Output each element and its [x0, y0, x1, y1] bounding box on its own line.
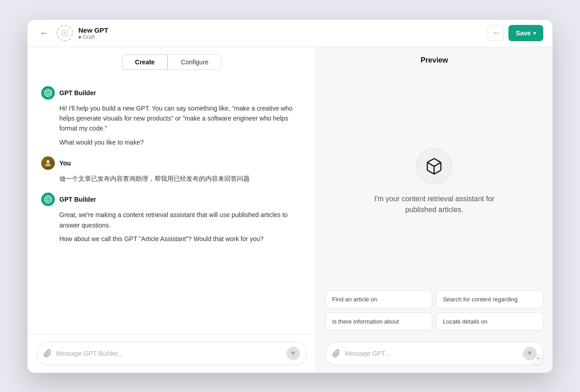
left-input-area — [28, 334, 316, 373]
preview-title: Preview — [420, 56, 448, 64]
save-chevron-icon: ▾ — [533, 30, 536, 36]
more-options-button[interactable]: ··· — [488, 25, 504, 41]
user-avatar — [41, 156, 55, 170]
message-para-1-2: What would you like to make? — [59, 137, 302, 147]
message-header-3: GPT Builder — [41, 193, 302, 206]
message-para-2-1: 做一个文章已发布内容查询助理，帮我用已经发布的内容来回答问题 — [59, 174, 302, 184]
suggestion-chip-2[interactable]: Is there information about — [325, 312, 433, 331]
gpt-builder-avatar-2 — [41, 193, 55, 206]
left-panel: Create Configure GPT Builder — [28, 47, 316, 373]
suggestion-chip-3[interactable]: Locate details on — [436, 312, 543, 331]
left-message-input[interactable] — [56, 350, 282, 357]
tab-configure[interactable]: Configure — [168, 54, 222, 70]
message-header-2: You — [41, 156, 302, 170]
right-panel: Preview I'm your content retrieval assis… — [316, 47, 552, 373]
save-label: Save — [516, 29, 531, 37]
main-content: Create Configure GPT Builder — [28, 47, 552, 373]
message-sender-gpt-1: GPT Builder — [59, 89, 96, 97]
help-button[interactable]: ? — [532, 354, 543, 365]
main-window: ← New GPT Draft ··· Save ▾ — [27, 19, 553, 373]
left-input-container — [37, 342, 307, 365]
message-user-1: You 做一个文章已发布内容查询助理，帮我用已经发布的内容来回答问题 — [41, 156, 302, 184]
gpt-draft-label: Draft — [83, 34, 95, 40]
preview-input-area — [316, 336, 552, 373]
left-attach-icon[interactable] — [44, 349, 52, 358]
suggestion-chip-0[interactable]: Find an article on — [325, 290, 433, 309]
gpt-title-status: Draft — [78, 34, 108, 40]
titlebar-left: ← New GPT Draft — [37, 25, 488, 41]
tab-bar: Create Configure — [28, 47, 316, 77]
gpt-builder-avatar — [41, 86, 55, 100]
message-para-3-2: How about we call this GPT "Article Assi… — [59, 234, 302, 244]
message-para-1-1: Hi! I'll help you build a new GPT. You c… — [59, 103, 302, 134]
message-body-user-1: 做一个文章已发布内容查询助理，帮我用已经发布的内容来回答问题 — [41, 174, 302, 184]
message-sender-user-1: You — [59, 160, 71, 167]
preview-header: Preview — [316, 47, 552, 73]
save-button[interactable]: Save ▾ — [508, 25, 543, 41]
suggestion-chip-1[interactable]: Search for content regarding — [436, 290, 543, 309]
preview-description: I'm your content retrieval assistant for… — [366, 194, 502, 215]
message-gpt-builder-1: GPT Builder Hi! I'll help you build a ne… — [41, 86, 302, 148]
message-sender-gpt-2: GPT Builder — [59, 196, 96, 203]
left-send-button[interactable] — [286, 347, 300, 360]
titlebar-right: ··· Save ▾ — [488, 25, 543, 41]
right-panel-wrapper: Preview I'm your content retrieval assis… — [316, 47, 552, 373]
gpt-title-name: New GPT — [78, 26, 108, 34]
box-icon — [425, 157, 443, 175]
gpt-avatar-small — [57, 25, 73, 41]
user-avatar-img — [41, 156, 55, 170]
titlebar: ← New GPT Draft ··· Save ▾ — [28, 20, 552, 47]
gpt-title-info: New GPT Draft — [78, 26, 108, 40]
message-gpt-builder-2: GPT Builder Great, we're making a conten… — [41, 193, 302, 244]
chat-area: GPT Builder Hi! I'll help you build a ne… — [28, 77, 316, 334]
draft-dot — [78, 36, 81, 39]
suggestion-grid: Find an article on Search for content re… — [316, 290, 552, 336]
message-para-3-1: Great, we're making a content retrieval … — [59, 210, 302, 230]
preview-input-container — [325, 342, 543, 365]
message-body-gpt-1: Hi! I'll help you build a new GPT. You c… — [41, 103, 302, 148]
preview-content: I'm your content retrieval assistant for… — [316, 73, 552, 290]
svg-point-1 — [47, 160, 50, 163]
message-header-1: GPT Builder — [41, 86, 302, 100]
preview-message-input[interactable] — [345, 350, 518, 357]
message-body-gpt-2: Great, we're making a content retrieval … — [41, 210, 302, 244]
back-button[interactable]: ← — [37, 26, 51, 40]
right-attach-icon[interactable] — [332, 349, 340, 358]
tab-create[interactable]: Create — [122, 54, 168, 70]
preview-icon-container — [416, 148, 452, 184]
